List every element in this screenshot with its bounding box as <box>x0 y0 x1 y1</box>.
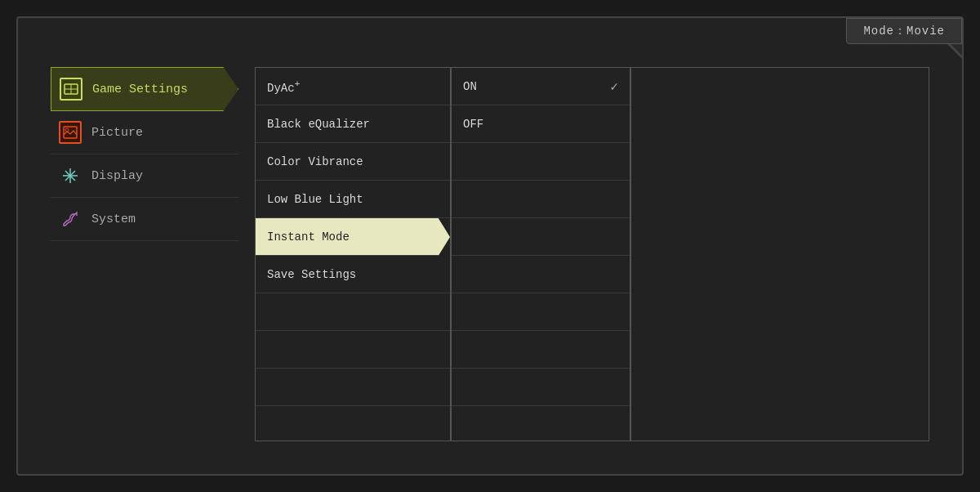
game-settings-icon <box>60 78 82 101</box>
mode-indicator: Mode：Movie <box>846 18 962 44</box>
menu-black-equalizer-label: Black eQualizer <box>267 118 370 131</box>
detail-panel <box>630 67 929 441</box>
menu-item-empty-2 <box>256 331 450 369</box>
menu-item-black-equalizer[interactable]: Black eQualizer <box>256 105 450 143</box>
value-item-black-eq[interactable]: OFF <box>452 105 630 143</box>
value-item-color-vib <box>452 143 630 181</box>
value-item-empty-2 <box>452 331 630 369</box>
menu-low-blue-light-label: Low Blue Light <box>267 193 363 206</box>
sidebar: Game Settings Picture <box>51 67 238 441</box>
menu-color-vibrance-label: Color Vibrance <box>267 155 363 168</box>
mode-label: Mode：Movie <box>863 25 945 38</box>
sidebar-system-label: System <box>91 212 136 226</box>
value-dyac-text: ON <box>463 80 477 93</box>
menu-item-dyac[interactable]: DyAc+ <box>256 68 450 105</box>
value-item-empty-3 <box>452 369 630 406</box>
sidebar-picture-label: Picture <box>91 126 143 140</box>
sidebar-item-display[interactable]: Display <box>51 154 238 198</box>
value-item-empty-1 <box>452 293 630 331</box>
menu-item-low-blue-light[interactable]: Low Blue Light <box>256 181 450 218</box>
menu-item-empty-1 <box>256 293 450 331</box>
menu-item-instant-mode[interactable]: Instant Mode <box>256 218 450 256</box>
monitor-screen: Mode：Movie Game Settings <box>16 16 964 476</box>
sidebar-item-game-settings[interactable]: Game Settings <box>51 67 238 111</box>
display-icon <box>59 164 82 187</box>
value-black-eq-text: OFF <box>463 118 483 131</box>
picture-icon <box>59 121 82 144</box>
menu-item-color-vibrance[interactable]: Color Vibrance <box>256 143 450 181</box>
value-item-low-blue <box>452 181 630 218</box>
menu-panel: DyAc+ Black eQualizer Color Vibrance Low… <box>255 67 451 441</box>
sidebar-game-settings-label: Game Settings <box>92 83 188 96</box>
menu-dyac-label: DyAc+ <box>267 78 301 95</box>
sidebar-display-label: Display <box>91 169 143 183</box>
menu-instant-mode-label: Instant Mode <box>267 230 350 244</box>
sidebar-item-picture[interactable]: Picture <box>51 111 238 154</box>
sidebar-item-system[interactable]: System <box>51 198 238 241</box>
menu-item-save-settings[interactable]: Save Settings <box>256 256 450 293</box>
menu-save-settings-label: Save Settings <box>267 268 356 281</box>
value-item-save <box>452 256 630 293</box>
menu-item-empty-3 <box>256 369 450 406</box>
system-icon <box>59 208 82 230</box>
value-panel: ON ✓ OFF <box>451 67 630 441</box>
main-content: Game Settings Picture <box>18 18 962 474</box>
checkmark-icon: ✓ <box>610 78 618 95</box>
value-item-instant <box>452 218 630 256</box>
value-item-dyac[interactable]: ON ✓ <box>452 68 630 105</box>
